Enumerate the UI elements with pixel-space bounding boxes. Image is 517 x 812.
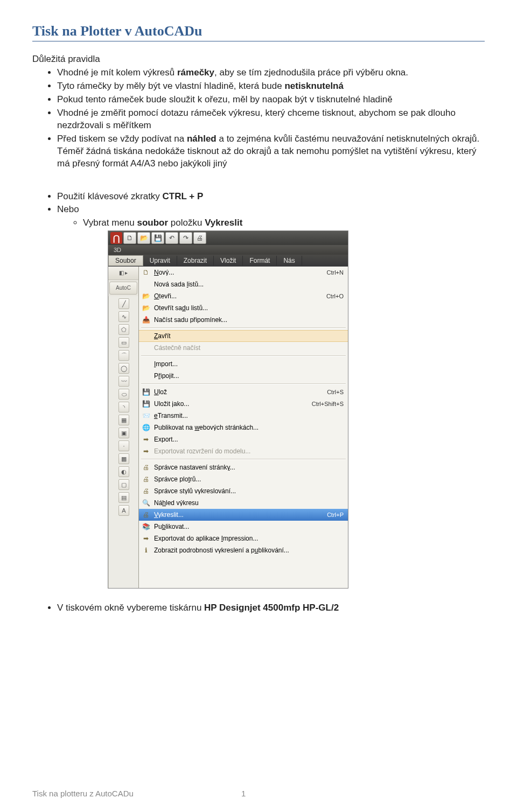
menu-item-label: Publikovat na webových stránkách... [154, 424, 344, 431]
list-item: Před tiskem se vždy podívat na náhled a … [57, 133, 485, 170]
tool-arc-icon[interactable]: ⌒ [118, 350, 129, 361]
qat-redo-icon[interactable]: ↷ [179, 232, 192, 244]
menu-item-label: Částečně načíst [154, 345, 344, 351]
tool-circle-icon[interactable]: ◯ [118, 363, 129, 374]
menu-vlozit[interactable]: Vložit [214, 256, 243, 265]
tool-line-icon[interactable]: ╱ [118, 298, 129, 309]
menu-item-icon: 🗋 [141, 268, 151, 277]
list-item: Tyto rámečky by měly být ve vlastní hlad… [57, 80, 485, 93]
text: Použití klávesové zkratky [57, 191, 163, 201]
text: Vybrat menu [83, 218, 137, 228]
menu-item[interactable]: 🖨Vykreslit...Ctrl+P [139, 509, 348, 521]
list-item: Použití klávesové zkratky CTRL + P [57, 191, 485, 203]
menu-upravit[interactable]: Upravit [143, 256, 177, 265]
menu-item-label: Nová sada listů... [154, 281, 344, 288]
menu-item[interactable]: 💾UložCtrl+S [139, 386, 348, 398]
section-heading: Důležitá pravidla [32, 53, 485, 66]
menu-item-icon: 🔍 [141, 498, 151, 508]
tool-ellipse-icon[interactable]: ⬭ [118, 389, 129, 400]
file-menu-dropdown: 🗋Nový...Ctrl+NNová sada listů...📂Otevři.… [138, 267, 348, 588]
tool-table-icon[interactable]: ▤ [118, 492, 129, 503]
qat-toolbar: ⋂ 🗋 📂 💾 ↶ ↷ 🖨 [108, 231, 348, 245]
tool-block-icon[interactable]: ▣ [118, 428, 129, 438]
menu-item-icon: 🖨 [141, 486, 151, 496]
menu-item: Částečně načíst [139, 342, 348, 354]
qat-print-icon[interactable]: 🖨 [193, 232, 206, 244]
text: Pokud tento rámeček bude sloužit k ořezu… [57, 94, 393, 104]
menu-item[interactable]: 🌐Publikovat na webových stránkách... [139, 422, 348, 433]
menu-item[interactable]: Připojit... [139, 370, 348, 382]
menu-item-icon [141, 359, 151, 369]
menu-item[interactable]: 🖨Správce plotrů... [139, 473, 348, 485]
tool-gradient-icon[interactable]: ◐ [118, 466, 129, 477]
menu-item[interactable]: ➡Exportovat do aplikace Impression... [139, 533, 348, 544]
text: Vhodné je změřit pomocí dotazu rámeček v… [57, 108, 456, 130]
menu-item-icon: 🖨 [141, 510, 151, 520]
panel-toggle-icon[interactable]: ◧ ▸ [108, 267, 138, 280]
menu-item-icon: ➡ [141, 446, 151, 456]
tool-hatch-icon[interactable]: ▩ [118, 453, 129, 464]
text: V tiskovém okně vybereme tiskárnu [57, 603, 204, 613]
tool-spline-icon[interactable]: 〰 [118, 376, 129, 387]
menu-item-icon: 🌐 [141, 423, 151, 432]
tool-insert-icon[interactable]: ▦ [118, 415, 129, 425]
menu-item[interactable]: 🖨Správce stylů vykreslování... [139, 485, 348, 497]
menu-item[interactable]: Nová sada listů... [139, 278, 348, 290]
menu-item-icon: 💾 [141, 387, 151, 397]
list-item: Vhodné je změřit pomocí dotazu rámeček v… [57, 107, 485, 132]
list-item: Vhodné je mít kolem výkresů rámečky, aby… [57, 67, 485, 79]
qat-save-icon[interactable]: 💾 [151, 232, 164, 244]
qat-new-icon[interactable]: 🗋 [123, 232, 136, 244]
menu-item[interactable]: 📂Otevři...Ctrl+O [139, 290, 348, 302]
menu-item[interactable]: 🔍Náhled výkresu [139, 497, 348, 509]
menu-item-label: Správce stylů vykreslování... [154, 488, 344, 494]
menu-item-icon: ➡ [141, 534, 151, 543]
menu-item-label: Načíst sadu připomínek... [154, 317, 344, 323]
tool-pline-icon[interactable]: ∿ [118, 311, 129, 322]
text: Tyto rámečky by měly být ve vlastní hlad… [57, 81, 284, 91]
text-bold: soubor [137, 218, 168, 228]
menu-separator [141, 355, 346, 356]
menu-soubor[interactable]: Soubor [108, 255, 143, 266]
steps-list-cont: V tiskovém okně vybereme tiskárnu HP Des… [32, 589, 485, 614]
text: položku [168, 218, 205, 228]
menu-item-icon: 📥 [141, 315, 151, 325]
qat-undo-icon[interactable]: ↶ [165, 232, 178, 244]
menu-item[interactable]: 🗋Nový...Ctrl+N [139, 267, 348, 278]
menu-item-icon: 📚 [141, 522, 151, 531]
tool-region-icon[interactable]: ▢ [118, 479, 129, 490]
menu-item[interactable]: 💾Uložit jako...Ctrl+Shift+S [139, 398, 348, 410]
tool-polygon-icon[interactable]: ⬠ [118, 324, 129, 335]
text: Nebo [57, 204, 79, 214]
menu-item-shortcut: Ctrl+P [322, 512, 344, 518]
menu-item[interactable]: Zavřít [139, 330, 348, 342]
left-panel: ◧ ▸ AutoC ╱ ∿ ⬠ ▭ ⌒ ◯ 〰 ⬭ ◝ ▦ ▣ · ▩ ◐ ▢ … [108, 267, 138, 588]
tool-mtext-icon[interactable]: A [118, 505, 129, 516]
menu-format[interactable]: Formát [243, 256, 277, 265]
menu-item[interactable]: 📚Publikovat... [139, 521, 348, 533]
text-bold: náhled [187, 134, 216, 144]
menu-item-label: Připojit... [154, 373, 344, 379]
menu-item: ➡Exportovat rozvržení do modelu... [139, 445, 348, 457]
menu-item[interactable]: 📨eTransmit... [139, 410, 348, 422]
menu-item-label: eTransmit... [154, 412, 344, 419]
app-menu-button[interactable]: ⋂ [110, 232, 122, 244]
qat-open-icon[interactable]: 📂 [137, 232, 150, 244]
menu-nas[interactable]: Nás [277, 256, 302, 265]
menu-item[interactable]: Import... [139, 358, 348, 370]
menu-item-icon: 📂 [141, 291, 151, 301]
menu-item[interactable]: 🖨Správce nastavení stránky... [139, 461, 348, 473]
menu-item-label: Vykreslit... [154, 512, 318, 518]
tool-ellipsearc-icon[interactable]: ◝ [118, 402, 129, 412]
menu-item-icon [141, 279, 151, 289]
menu-item-icon: 🖨 [141, 474, 151, 484]
menu-item[interactable]: 📥Načíst sadu připomínek... [139, 314, 348, 326]
text: , aby se tím zjednodušila práce při výbě… [214, 67, 408, 78]
panel-autoc[interactable]: AutoC [109, 282, 137, 295]
menu-item[interactable]: ➡Export... [139, 433, 348, 445]
tool-rect-icon[interactable]: ▭ [118, 337, 129, 348]
menu-item[interactable]: ℹZobrazit podrobnosti vykreslení a publi… [139, 544, 348, 556]
menu-zobrazit[interactable]: Zobrazit [177, 256, 214, 265]
tool-point-icon[interactable]: · [118, 440, 129, 451]
menu-item[interactable]: 📂Otevřít sadu listů... [139, 302, 348, 314]
